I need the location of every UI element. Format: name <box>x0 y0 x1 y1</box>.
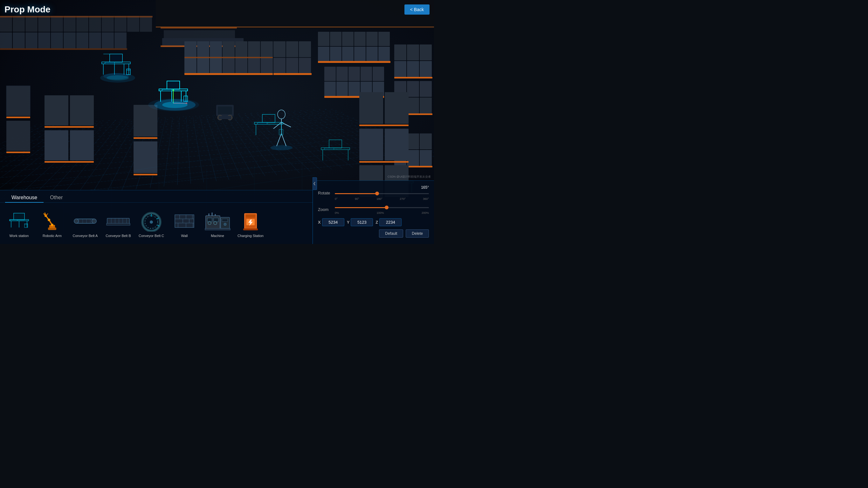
charging-label: Charging Station <box>238 234 264 238</box>
prop-charging[interactable]: Charging Station <box>235 208 267 239</box>
svg-rect-270 <box>246 216 255 217</box>
svg-rect-8 <box>225 30 235 39</box>
props-panel: Warehouse Other Work station <box>0 190 313 244</box>
default-button[interactable]: Default <box>379 229 403 238</box>
svg-rect-48 <box>318 47 330 61</box>
svg-rect-6 <box>205 30 215 39</box>
svg-rect-82 <box>420 133 432 149</box>
svg-rect-60 <box>324 82 336 96</box>
zoom-label: Zoom <box>318 207 332 212</box>
svg-rect-50 <box>342 47 353 61</box>
workstation-icon <box>8 212 30 231</box>
rotate-row: Rotate 165° 0° 90° 180° 270° 360° <box>318 185 429 200</box>
svg-rect-22 <box>223 41 235 57</box>
zoom-slider[interactable] <box>335 204 429 210</box>
svg-rect-30 <box>235 58 247 74</box>
prop-conveyor-a[interactable]: Conveyor Belt A <box>69 208 101 239</box>
z-label: Z <box>375 220 378 225</box>
svg-rect-118 <box>44 126 94 128</box>
svg-rect-89 <box>25 16 37 32</box>
x-input[interactable] <box>322 218 344 226</box>
svg-rect-96 <box>115 16 127 32</box>
svg-rect-46 <box>366 32 378 46</box>
back-button[interactable]: < Back <box>404 4 430 14</box>
svg-rect-261 <box>214 218 218 222</box>
svg-rect-113 <box>6 117 30 118</box>
wall-icon-box <box>170 209 199 233</box>
svg-rect-67 <box>407 44 419 60</box>
svg-point-222 <box>92 219 96 223</box>
y-input[interactable] <box>351 218 373 226</box>
svg-line-167 <box>273 122 281 129</box>
svg-rect-39 <box>184 73 273 75</box>
prop-robotic-arm[interactable]: Robotic Arm <box>36 208 68 239</box>
zoom-fill <box>335 207 386 208</box>
svg-rect-244 <box>175 215 194 227</box>
svg-rect-36 <box>273 58 285 74</box>
svg-rect-195 <box>359 125 409 126</box>
svg-rect-49 <box>330 47 341 61</box>
svg-point-171 <box>270 145 292 150</box>
prop-conveyor-c[interactable]: Conveyor Belt C <box>135 208 167 239</box>
rotate-slider[interactable] <box>335 190 429 197</box>
svg-rect-87 <box>0 16 12 32</box>
svg-rect-114 <box>6 121 30 151</box>
delete-button[interactable]: Delete <box>406 229 429 238</box>
conveyor-b-label: Conveyor Belt B <box>105 234 131 238</box>
svg-rect-5 <box>194 30 205 39</box>
rotate-tick-360: 360° <box>423 197 429 200</box>
svg-rect-55 <box>324 67 336 81</box>
svg-rect-52 <box>366 47 378 61</box>
conveyor-c-icon <box>140 211 162 232</box>
rotate-thumb[interactable] <box>375 192 379 195</box>
prop-wall[interactable]: Wall <box>168 208 200 239</box>
action-buttons: Default Delete <box>318 229 429 238</box>
svg-rect-2 <box>164 30 174 39</box>
svg-rect-106 <box>76 32 88 48</box>
svg-rect-120 <box>70 130 94 160</box>
svg-rect-188 <box>218 106 232 115</box>
svg-rect-156 <box>168 82 178 88</box>
svg-rect-85 <box>420 150 432 166</box>
svg-rect-69 <box>394 61 406 77</box>
svg-rect-193 <box>359 92 383 124</box>
zoom-tick-100: 100% <box>376 211 384 215</box>
svg-rect-40 <box>273 73 312 75</box>
svg-point-192 <box>148 98 199 111</box>
svg-rect-19 <box>184 41 196 57</box>
svg-point-214 <box>51 224 54 226</box>
svg-rect-102 <box>25 32 37 48</box>
panel-collapse-handle[interactable] <box>313 177 317 190</box>
svg-rect-66 <box>394 44 406 60</box>
svg-rect-176 <box>257 123 267 124</box>
svg-point-221 <box>74 219 79 223</box>
svg-rect-93 <box>76 16 88 32</box>
z-input[interactable] <box>379 218 402 226</box>
svg-line-170 <box>281 133 286 146</box>
prop-workstation[interactable]: Work station <box>3 208 35 239</box>
machine-label: Machine <box>211 234 224 238</box>
svg-rect-25 <box>261 41 273 57</box>
svg-rect-115 <box>6 152 30 153</box>
svg-rect-207 <box>10 220 17 221</box>
svg-rect-35 <box>299 41 311 57</box>
prop-conveyor-b[interactable]: Conveyor Belt B <box>102 208 134 239</box>
svg-rect-116 <box>44 95 68 126</box>
svg-rect-101 <box>13 32 25 48</box>
svg-rect-84 <box>407 150 419 166</box>
props-grid: Work station <box>0 203 313 244</box>
charging-icon-box <box>236 209 265 233</box>
svg-rect-41 <box>184 57 273 58</box>
prop-machine[interactable]: Machine <box>202 208 234 239</box>
svg-rect-197 <box>385 129 409 160</box>
rotate-tick-180: 180° <box>376 197 382 200</box>
conveyor-a-label: Conveyor Belt A <box>73 234 98 238</box>
tab-warehouse[interactable]: Warehouse <box>5 193 43 202</box>
robotic-arm-icon-box <box>38 209 66 233</box>
tab-other[interactable]: Other <box>43 193 69 202</box>
svg-rect-70 <box>407 61 419 77</box>
svg-rect-206 <box>14 214 24 219</box>
svg-rect-37 <box>286 58 298 74</box>
zoom-thumb[interactable] <box>385 205 389 209</box>
svg-rect-122 <box>133 105 157 137</box>
